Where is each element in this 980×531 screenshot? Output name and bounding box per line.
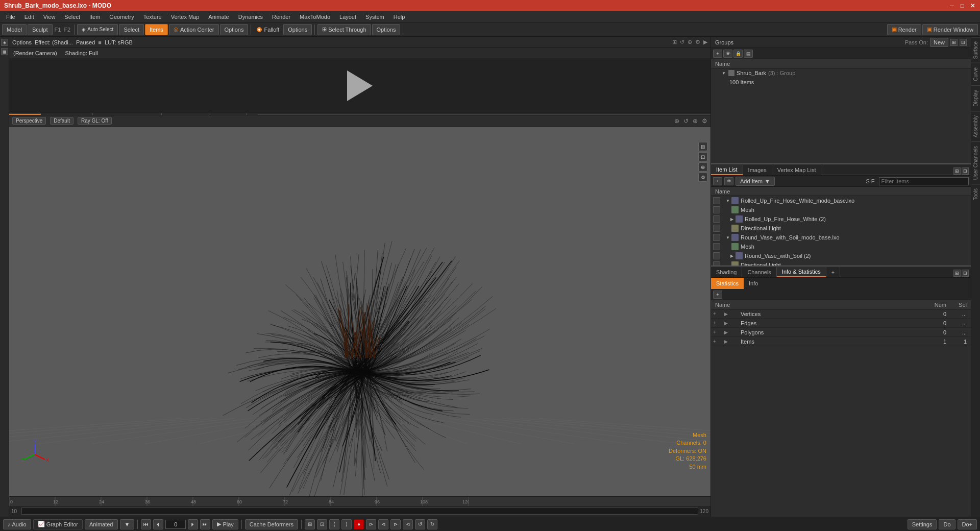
viewport-rotate-icon[interactable]: ↺ <box>683 117 689 125</box>
left-sidebar-btn2[interactable]: ▦ <box>1 48 8 55</box>
tree-row-mesh1[interactable]: Mesh <box>711 205 971 214</box>
minimize-btn[interactable]: ─ <box>948 2 955 9</box>
add-item-dropdown[interactable]: Add Item ▼ <box>736 177 775 186</box>
vis-btn-roundvase2[interactable] <box>713 252 720 259</box>
groups-add-btn[interactable]: + <box>713 50 722 58</box>
menu-layout[interactable]: Layout <box>335 13 360 21</box>
stats-polygons-row[interactable]: + ▶ Polygons 0 ... <box>711 328 971 337</box>
tab-info-statistics[interactable]: Info & Statistics <box>777 267 826 277</box>
groups-eye-btn[interactable]: 👁 <box>723 50 732 58</box>
animated-btn[interactable]: Animated <box>85 519 117 529</box>
transport-next[interactable]: ⏵ <box>188 519 198 529</box>
settings-btn[interactable]: Settings <box>908 519 937 529</box>
render-zoom-btn[interactable]: ⊕ <box>688 39 692 45</box>
close-btn[interactable]: ✕ <box>969 2 976 9</box>
trans-btn2[interactable]: ⊡ <box>317 519 327 529</box>
timeline-track[interactable]: 10 120 <box>9 506 710 517</box>
tree-row-rolled-up[interactable]: ▼ Rolled_Up_Fire_Hose_White_modo_base.lx… <box>711 196 971 205</box>
render-preview-area[interactable] <box>9 58 710 113</box>
tree-row-roundvase2[interactable]: ▶ Round_Vase_with_Soil (2) <box>711 251 971 260</box>
transport-prev[interactable]: ⏴ <box>153 519 163 529</box>
mode-sculpt-btn[interactable]: Sculpt <box>28 24 53 35</box>
item-list-content[interactable]: ▼ Rolled_Up_Fire_Hose_White_modo_base.lx… <box>711 196 971 266</box>
select-through-btn[interactable]: ⊞ Select Through <box>317 24 371 35</box>
menu-help[interactable]: Help <box>389 13 409 21</box>
stats-vertices-row[interactable]: + ▶ Vertices 0 ... <box>711 309 971 319</box>
trans-btn3[interactable]: ⟨ <box>329 519 339 529</box>
item-list-add-btn[interactable]: + <box>713 177 722 185</box>
stats-info-btn[interactable]: Info <box>744 278 763 289</box>
trans-btn9[interactable]: ⊲ <box>403 519 413 529</box>
do-btn[interactable]: Do <box>939 519 955 529</box>
menu-item[interactable]: Item <box>85 13 104 21</box>
trans-btn4[interactable]: ⟩ <box>341 519 352 529</box>
stats-items-row[interactable]: + ▶ Items 1 1 <box>711 337 971 346</box>
viewport-zoom-icon[interactable]: ⊕ <box>693 117 698 125</box>
render-options-label[interactable]: Options <box>12 39 32 45</box>
menu-maxtomodo[interactable]: MaxToModo <box>296 13 334 21</box>
trans-btn10[interactable]: ↺ <box>415 519 425 529</box>
falloff-radio[interactable]: Falloff <box>254 26 282 34</box>
sidebar-surface-tab[interactable]: Surface <box>971 37 980 63</box>
render-window-btn[interactable]: ▣ Render Window <box>922 24 978 35</box>
tab-item-list[interactable]: Item List <box>711 165 743 175</box>
group-item-shrub[interactable]: ▼ Shrub_Bark (3) : Group <box>711 68 971 78</box>
viewport-canvas[interactable]: ⊞ ⊡ ⊕ ⚙ Mesh Channels: 0 Deformers: ON G… <box>9 127 710 496</box>
menu-dynamics[interactable]: Dynamics <box>234 13 267 21</box>
stats-items-add[interactable]: + <box>713 339 720 344</box>
left-sidebar-btn1[interactable]: ◈ <box>1 39 8 46</box>
render-more-btn[interactable]: ▶ <box>703 39 707 45</box>
trans-btn8[interactable]: ⊳ <box>390 519 401 529</box>
vp-fit-btn[interactable]: ⊡ <box>698 152 707 161</box>
timeline-ruler[interactable]: 0 12 24 36 48 60 72 84 96 <box>9 497 710 506</box>
play-btn[interactable]: ▶ Play <box>212 519 238 529</box>
groups-content[interactable]: ▼ Shrub_Bark (3) : Group 100 Items <box>711 68 971 163</box>
maximize-btn[interactable]: □ <box>959 2 966 9</box>
sidebar-user-channels-tab[interactable]: User Channels <box>971 141 980 184</box>
groups-lock-btn[interactable]: 🔒 <box>733 50 743 58</box>
cache-deformers-btn[interactable]: Cache Deformers <box>245 519 298 529</box>
stats-edges-add[interactable]: + <box>713 320 720 326</box>
vp-expand-btn[interactable]: ⊞ <box>698 142 707 151</box>
select-tool-btn[interactable]: Select <box>119 24 144 35</box>
tree-row-dirlight1[interactable]: Directional Light <box>711 224 971 233</box>
viewport-center-icon[interactable]: ⊕ <box>674 117 679 125</box>
trans-btn6[interactable]: ⊳ <box>366 519 376 529</box>
transport-end[interactable]: ⏭ <box>200 519 210 529</box>
menu-render[interactable]: Render <box>268 13 295 21</box>
item-list-expand-btn[interactable]: ⊞ <box>953 167 961 175</box>
tree-row-dirlight2[interactable]: Directional Light <box>711 260 971 266</box>
menu-geometry[interactable]: Geometry <box>105 13 138 21</box>
render-expand-btn[interactable]: ⊞ <box>672 39 677 45</box>
tab-images[interactable]: Images <box>743 165 772 175</box>
trans-btn7[interactable]: ⊲ <box>378 519 388 529</box>
item-list-eye-btn[interactable]: 👁 <box>724 177 733 185</box>
render-settings-btn[interactable]: ⚙ <box>695 39 700 45</box>
do-plus-btn[interactable]: Do+ <box>958 519 977 529</box>
trans-btn1[interactable]: ⊞ <box>305 519 315 529</box>
vis-btn-dirlight2[interactable] <box>713 261 720 266</box>
viewport-settings-icon[interactable]: ⚙ <box>702 117 707 125</box>
vis-btn-mesh2[interactable] <box>713 243 720 250</box>
tab-vertex-map[interactable]: Vertex Map List <box>772 165 822 175</box>
action-center-btn[interactable]: ◎ Action Center <box>169 24 219 35</box>
sidebar-curve-tab[interactable]: Curve <box>971 63 980 85</box>
tree-row-mesh2[interactable]: Mesh <box>711 242 971 251</box>
vis-btn-dirlight1[interactable] <box>713 225 720 232</box>
timeline-bar[interactable] <box>21 508 698 515</box>
action-options-btn[interactable]: Options <box>220 24 249 35</box>
tree-row-round-vase[interactable]: ▼ Round_Vase_with_Soil_modo_base.lxo <box>711 233 971 242</box>
groups-cam-btn[interactable]: ▤ <box>744 50 753 58</box>
select-through-options-btn[interactable]: Options <box>372 24 401 35</box>
auto-select-btn[interactable]: ◈ Auto Select <box>77 24 118 35</box>
tab-stats-plus[interactable]: + <box>826 267 840 277</box>
stats-add-btn[interactable]: + <box>713 291 722 299</box>
stats-edges-row[interactable]: + ▶ Edges 0 ... <box>711 319 971 328</box>
stats-vertices-add[interactable]: + <box>713 311 720 317</box>
tree-row-rolled-up2[interactable]: ▶ Rolled_Up_Fire_Hose_White (2) <box>711 214 971 224</box>
sidebar-assembly-tab[interactable]: Assembly <box>971 111 980 141</box>
stats-polygons-add[interactable]: + <box>713 329 720 335</box>
groups-shrink-btn[interactable]: ⊡ <box>960 39 967 46</box>
menu-file[interactable]: File <box>2 13 19 21</box>
shader-btn[interactable]: Default <box>50 117 74 125</box>
